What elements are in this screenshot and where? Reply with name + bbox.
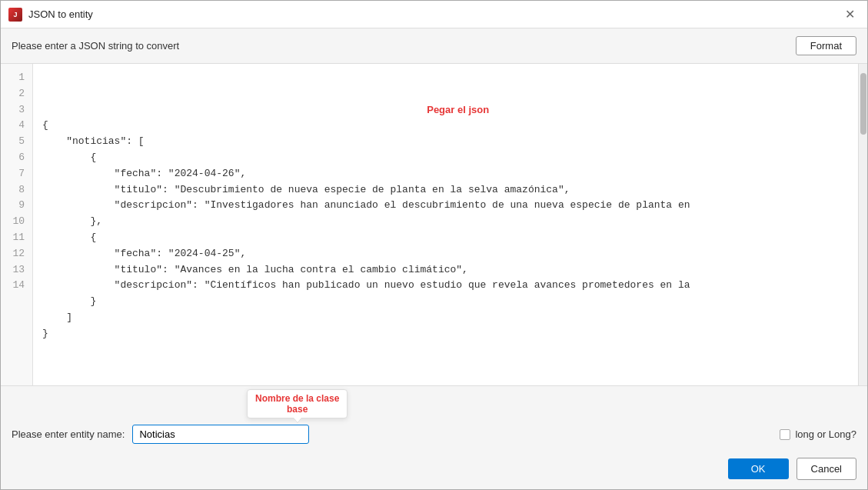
ok-button[interactable]: OK [728, 458, 789, 479]
line-number: 14 [1, 278, 32, 294]
cancel-button[interactable]: Cancel [796, 458, 856, 480]
app-icon: J [8, 8, 22, 22]
scrollbar-track[interactable] [858, 64, 867, 385]
line-number: 9 [1, 198, 32, 214]
footer-row: OK Cancel [1, 452, 867, 489]
code-line: { [42, 118, 849, 134]
line-number: 6 [1, 150, 32, 166]
line-number: 13 [1, 262, 32, 278]
line-number: 2 [1, 86, 32, 102]
code-line: "titulo": "Descubrimiento de nueva espec… [42, 182, 849, 198]
bottom-area: Nombre de la clasebase Please enter enti… [1, 386, 867, 489]
line-numbers: 1234567891011121314 [1, 64, 33, 385]
code-line: } [42, 326, 849, 342]
line-number: 10 [1, 214, 32, 230]
title-bar-left: J JSON to entity [8, 8, 93, 22]
placeholder-overlay: Pegar el json [427, 102, 489, 118]
code-line: { [42, 230, 849, 246]
code-line: "noticias": [ [42, 134, 849, 150]
line-number: 7 [1, 166, 32, 182]
long-label: long or Long? [795, 428, 856, 440]
long-checkbox-label[interactable]: long or Long? [780, 428, 856, 440]
tooltip-bubble: Nombre de la clasebase [247, 389, 348, 418]
header-row: Please enter a JSON string to convert Fo… [1, 28, 867, 63]
entity-name-input[interactable] [132, 425, 309, 444]
code-line: }, [42, 214, 849, 230]
scrollbar-thumb[interactable] [860, 73, 866, 135]
code-line: { [42, 150, 849, 166]
line-number: 5 [1, 134, 32, 150]
code-editor[interactable]: Pegar el json { "noticias": [ { "fecha":… [33, 64, 858, 385]
code-line: "titulo": "Avances en la lucha contra el… [42, 262, 849, 278]
json-to-entity-dialog: J JSON to entity ✕ Please enter a JSON s… [0, 0, 868, 490]
header-label: Please enter a JSON string to convert [12, 40, 179, 52]
line-number: 1 [1, 70, 32, 86]
right-controls: long or Long? [780, 428, 856, 440]
long-checkbox[interactable] [780, 429, 790, 440]
line-number: 12 [1, 246, 32, 262]
code-line: ] [42, 310, 849, 326]
editor-area[interactable]: 1234567891011121314 Pegar el json { "not… [1, 63, 867, 386]
line-number: 3 [1, 102, 32, 118]
tooltip-row: Nombre de la clasebase [1, 386, 867, 420]
line-number: 11 [1, 230, 32, 246]
entity-label: Please enter entity name: [12, 428, 125, 440]
code-line: } [42, 294, 849, 310]
line-number: 4 [1, 118, 32, 134]
format-button[interactable]: Format [796, 36, 856, 55]
entity-row: Please enter entity name: long or Long? [1, 420, 867, 452]
close-button[interactable]: ✕ [840, 5, 860, 25]
code-line: "fecha": "2024-04-25", [42, 246, 849, 262]
title-bar: J JSON to entity ✕ [1, 1, 867, 28]
line-number: 8 [1, 182, 32, 198]
code-line: "descripcion": "Investigadores han anunc… [42, 198, 849, 214]
code-line: "descripcion": "Científicos han publicad… [42, 278, 849, 294]
code-line: "fecha": "2024-04-26", [42, 166, 849, 182]
dialog-title: JSON to entity [28, 8, 93, 20]
